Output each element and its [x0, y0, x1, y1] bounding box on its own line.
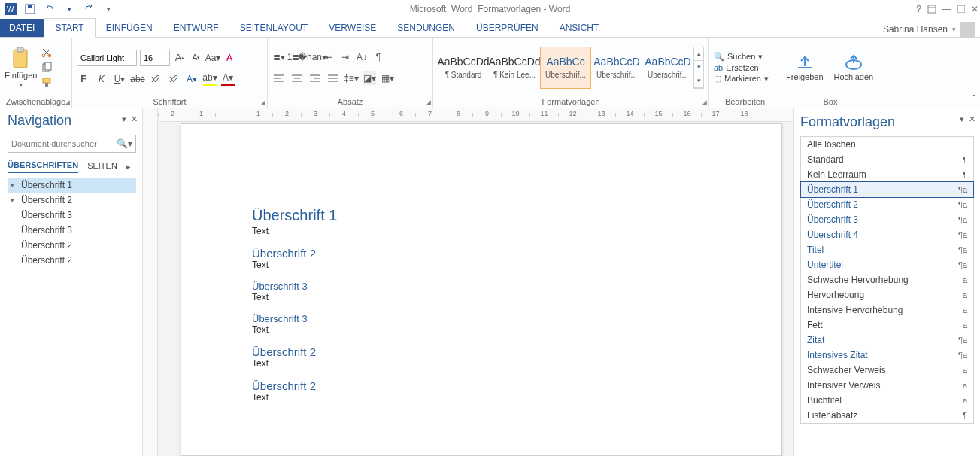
tab-entwurf[interactable]: ENTWURF: [163, 19, 229, 37]
justify-icon[interactable]: [326, 71, 340, 85]
style-row[interactable]: Standard¶: [801, 152, 973, 167]
tab-datei[interactable]: DATEI: [0, 19, 44, 37]
search-input[interactable]: [11, 139, 117, 148]
style-row[interactable]: Schwacher Verweisa: [801, 363, 973, 378]
style-row[interactable]: Hervorhebunga: [801, 287, 973, 302]
style-row[interactable]: Intensives Zitat¶a: [801, 348, 973, 363]
help-icon[interactable]: ?: [916, 4, 921, 14]
style-row[interactable]: Überschrift 4¶a: [801, 227, 973, 242]
user-name[interactable]: Sabrina Hansen: [883, 24, 948, 35]
style-row[interactable]: Zitat¶a: [801, 333, 973, 348]
underline-icon[interactable]: U▾: [113, 72, 126, 86]
save-icon[interactable]: [23, 2, 38, 17]
borders-icon[interactable]: ▦▾: [381, 71, 394, 85]
change-case-icon[interactable]: Aa▾: [206, 51, 220, 65]
doc-h2[interactable]: Überschrift 2: [252, 379, 781, 392]
styles-more[interactable]: ▴▾▾: [693, 47, 704, 89]
style-tile[interactable]: AaBbCcÜberschrif...: [540, 47, 591, 89]
nav-search[interactable]: 🔍▾: [8, 135, 136, 153]
decrease-indent-icon[interactable]: ⇤: [322, 50, 335, 64]
clipboard-launcher-icon[interactable]: ◢: [65, 99, 70, 106]
style-row[interactable]: Untertitel¶a: [801, 257, 973, 272]
user-dropdown-icon[interactable]: ▾: [952, 26, 956, 33]
redo-icon[interactable]: [81, 2, 96, 17]
tab-verweise[interactable]: VERWEISE: [318, 19, 387, 37]
shrink-font-icon[interactable]: A▾: [190, 51, 203, 65]
sort-icon[interactable]: A↓: [355, 50, 369, 64]
style-row[interactable]: Listenabsatz¶: [801, 408, 973, 423]
bold-icon[interactable]: F: [77, 72, 90, 86]
copy-icon[interactable]: [41, 62, 52, 73]
style-row[interactable]: Alle löschen: [801, 137, 973, 152]
nav-item[interactable]: Überschrift 2: [8, 238, 136, 253]
nav-item[interactable]: Überschrift 3: [8, 223, 136, 238]
minimize-icon[interactable]: —: [942, 4, 951, 14]
page[interactable]: Überschrift 1TextÜberschrift 2TextÜbersc…: [181, 123, 782, 456]
select-button[interactable]: ⬚Markieren▾: [714, 74, 769, 84]
style-tile[interactable]: AaBbCcDÜberschrif...: [591, 47, 642, 89]
clear-format-icon[interactable]: A̶: [223, 51, 236, 65]
tab-sendungen[interactable]: SENDUNGEN: [387, 19, 466, 37]
upload-button[interactable]: Hochladen: [834, 54, 874, 81]
font-color-icon[interactable]: A▾: [221, 72, 235, 86]
format-painter-icon[interactable]: [41, 78, 52, 88]
style-row[interactable]: Buchtitela: [801, 393, 973, 408]
nav-tab-pages[interactable]: SEITEN: [87, 161, 117, 172]
search-icon[interactable]: 🔍▾: [117, 138, 132, 149]
styles-dropdown-icon[interactable]: ▾: [960, 114, 964, 124]
line-spacing-icon[interactable]: ‡≡▾: [344, 71, 358, 85]
tab-start[interactable]: START: [44, 18, 95, 38]
multilevel-icon[interactable]: �han▾: [305, 50, 319, 64]
tab-ansicht[interactable]: ANSICHT: [549, 19, 610, 37]
nav-item[interactable]: Überschrift 3: [8, 208, 136, 223]
undo-dropdown-icon[interactable]: ▾: [62, 2, 77, 17]
highlight-icon[interactable]: ab▾: [203, 72, 217, 86]
nav-item[interactable]: Überschrift 2: [8, 253, 136, 268]
ribbon-display-icon[interactable]: [927, 5, 936, 14]
grow-font-icon[interactable]: A▴: [173, 51, 187, 65]
nav-tabs-more-icon[interactable]: ▸: [126, 162, 131, 172]
superscript-icon[interactable]: x2: [167, 72, 181, 86]
shading-icon[interactable]: ◪▾: [363, 71, 376, 85]
doc-p[interactable]: Text: [252, 226, 781, 236]
tab-seitenlayout[interactable]: SEITENLAYOUT: [229, 19, 318, 37]
increase-indent-icon[interactable]: ⇥: [338, 50, 352, 64]
style-row[interactable]: Fetta: [801, 318, 973, 333]
align-left-icon[interactable]: [272, 71, 286, 85]
styles-launcher-icon[interactable]: ◢: [702, 99, 707, 106]
nav-close-icon[interactable]: ✕: [131, 114, 138, 124]
qat-customize-icon[interactable]: ▾: [101, 2, 116, 17]
undo-icon[interactable]: [42, 2, 57, 17]
style-tile[interactable]: AaBbCcDd¶ Kein Lee...: [489, 47, 540, 89]
paste-dropdown-icon[interactable]: ▾: [20, 81, 23, 88]
align-center-icon[interactable]: [290, 71, 304, 85]
find-button[interactable]: 🔍Suchen▾: [714, 52, 769, 62]
doc-p[interactable]: Text: [252, 292, 781, 302]
maximize-icon[interactable]: [957, 5, 965, 13]
style-row[interactable]: Titel¶a: [801, 242, 973, 257]
tab-einfuegen[interactable]: EINFÜGEN: [96, 19, 163, 37]
doc-p[interactable]: Text: [252, 324, 781, 335]
doc-h3[interactable]: Überschrift 3: [252, 281, 781, 292]
close-icon[interactable]: ✕: [971, 4, 978, 14]
bullets-icon[interactable]: ≣▾: [272, 50, 286, 64]
doc-h1[interactable]: Überschrift 1: [252, 207, 781, 224]
doc-h2[interactable]: Überschrift 2: [252, 345, 781, 358]
nav-item[interactable]: ▾Überschrift 2: [8, 193, 136, 208]
subscript-icon[interactable]: x2: [149, 72, 162, 86]
font-launcher-icon[interactable]: ◢: [260, 99, 265, 106]
style-row[interactable]: Schwache Hervorhebunga: [801, 272, 973, 287]
doc-p[interactable]: Text: [252, 392, 781, 403]
doc-h2[interactable]: Überschrift 2: [252, 247, 781, 260]
style-row[interactable]: Überschrift 3¶a: [801, 212, 973, 227]
avatar[interactable]: [960, 22, 975, 37]
style-row[interactable]: Intensiver Verweisa: [801, 378, 973, 393]
replace-button[interactable]: abErsetzen: [714, 63, 769, 72]
style-row[interactable]: Kein Leerraum¶: [801, 167, 973, 182]
style-row[interactable]: Überschrift 1¶a: [800, 181, 974, 198]
font-name-input[interactable]: [77, 50, 137, 66]
share-button[interactable]: Freigeben: [786, 54, 824, 81]
paragraph-launcher-icon[interactable]: ◢: [426, 99, 431, 106]
nav-item[interactable]: ▾Überschrift 1: [8, 178, 136, 193]
doc-p[interactable]: Text: [252, 358, 781, 369]
